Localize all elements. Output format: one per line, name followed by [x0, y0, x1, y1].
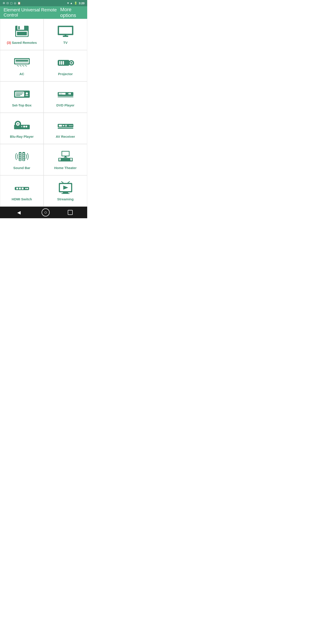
home-theater-cell[interactable]: Home Theater — [44, 144, 87, 175]
svg-rect-26 — [26, 95, 28, 96]
svg-point-53 — [20, 157, 21, 158]
svg-point-54 — [20, 159, 21, 160]
saved-remotes-cell[interactable]: (3) Saved Remotes — [0, 19, 44, 50]
svg-rect-23 — [16, 94, 22, 94]
svg-rect-2 — [18, 26, 20, 29]
circle-icon: ◎ — [14, 2, 16, 5]
status-bar: ⚙ ⊡ ▢ ◎ 📋 ▾ ▲ 🔋 3:20 — [0, 0, 87, 6]
sound-bar-icon — [13, 150, 31, 163]
svg-rect-12 — [16, 62, 28, 62]
svg-rect-18 — [61, 61, 62, 64]
av-receiver-cell[interactable]: AV Receiver — [44, 113, 87, 144]
svg-point-45 — [69, 125, 70, 126]
battery-icon: 🔋 — [74, 2, 77, 5]
svg-point-16 — [70, 62, 72, 64]
blu-ray-player-label: Blu-Ray Player — [10, 134, 34, 138]
set-top-box-icon — [13, 87, 31, 100]
svg-rect-72 — [19, 188, 21, 190]
svg-text:DVD: DVD — [60, 93, 62, 94]
ac-icon — [13, 56, 31, 69]
dvd-player-cell[interactable]: DVD DVD Player — [44, 82, 87, 113]
svg-point-37 — [23, 126, 25, 128]
svg-point-36 — [17, 123, 18, 124]
svg-point-69 — [71, 160, 72, 161]
svg-rect-82 — [62, 193, 70, 194]
svg-line-77 — [68, 182, 70, 183]
svg-point-74 — [25, 188, 26, 189]
svg-point-55 — [23, 153, 24, 154]
svg-point-46 — [70, 125, 71, 126]
saved-remotes-label: (3) Saved Remotes — [7, 41, 37, 44]
recent-apps-button[interactable] — [68, 210, 73, 215]
svg-rect-24 — [16, 95, 20, 96]
blu-ray-player-icon — [13, 118, 31, 132]
svg-rect-32 — [68, 93, 69, 94]
svg-point-51 — [20, 153, 21, 154]
tv-cell[interactable]: TV — [44, 19, 87, 50]
svg-point-66 — [60, 160, 60, 161]
ac-label: AC — [20, 72, 24, 76]
saved-count: (3) — [7, 41, 11, 44]
home-theater-icon — [56, 150, 74, 163]
tv-label: TV — [63, 41, 68, 44]
svg-point-58 — [23, 159, 24, 160]
signal-icon: ▲ — [70, 2, 73, 5]
sound-bar-label: Sound Bar — [14, 166, 30, 170]
projector-icon — [56, 56, 74, 69]
saved-text: Saved Remotes — [12, 41, 37, 44]
svg-rect-39 — [22, 126, 22, 127]
svg-rect-73 — [22, 188, 24, 190]
set-top-box-cell[interactable]: Set-Top Box — [0, 82, 44, 113]
svg-point-56 — [23, 155, 24, 156]
svg-point-68 — [70, 158, 72, 160]
set-top-box-label: Set-Top Box — [12, 103, 32, 107]
dvd-player-icon: DVD — [56, 87, 74, 100]
home-button[interactable]: ○ — [42, 208, 50, 216]
svg-point-25 — [26, 92, 28, 94]
home-theater-label: Home Theater — [54, 166, 76, 170]
svg-rect-30 — [58, 96, 73, 97]
status-icons-left: ⚙ ⊡ ▢ ◎ 📋 — [3, 2, 21, 5]
projector-cell[interactable]: Projector — [44, 50, 87, 82]
blu-ray-player-cell[interactable]: Blu-Ray Player — [0, 113, 44, 144]
svg-rect-60 — [62, 152, 69, 156]
av-receiver-label: AV Receiver — [56, 134, 75, 138]
streaming-label: Streaming — [57, 197, 74, 201]
hdmi-switch-label: HDMI Switch — [12, 197, 32, 201]
svg-rect-17 — [59, 61, 60, 64]
svg-rect-44 — [59, 125, 62, 126]
ac-cell[interactable]: AC — [0, 50, 44, 82]
svg-point-75 — [27, 188, 28, 189]
svg-rect-48 — [58, 128, 73, 129]
status-icons-right: ▾ ▲ 🔋 3:20 — [67, 2, 84, 5]
projector-label: Projector — [58, 72, 73, 76]
svg-rect-81 — [63, 192, 68, 193]
sound-bar-cell[interactable]: Sound Bar — [0, 144, 44, 175]
app-title: Element Universal Remote Control — [4, 8, 60, 18]
more-options-button[interactable]: More options — [60, 7, 84, 18]
svg-rect-19 — [63, 61, 64, 64]
svg-point-52 — [20, 155, 21, 156]
hdmi-switch-icon — [13, 181, 31, 194]
svg-rect-42 — [65, 125, 66, 126]
svg-rect-6 — [59, 27, 72, 34]
svg-rect-11 — [16, 60, 28, 61]
wifi-icon: ▾ — [67, 2, 69, 5]
device-grid: (3) Saved Remotes TV — [0, 19, 87, 206]
svg-point-47 — [72, 125, 72, 126]
settings-icon: ⚙ — [3, 2, 5, 5]
svg-point-38 — [26, 126, 27, 128]
svg-line-76 — [62, 182, 63, 183]
streaming-icon — [56, 181, 74, 194]
svg-rect-22 — [16, 92, 24, 93]
svg-point-31 — [69, 93, 71, 94]
svg-rect-8 — [64, 35, 66, 36]
streaming-cell[interactable]: Streaming — [44, 175, 87, 206]
av-receiver-icon — [56, 118, 74, 132]
hdmi-switch-cell[interactable]: HDMI Switch — [0, 175, 44, 206]
square-icon: ▢ — [10, 2, 12, 5]
dvd-player-label: DVD Player — [56, 103, 74, 107]
clipboard-icon: 📋 — [18, 2, 21, 5]
back-button[interactable]: ◀ — [14, 208, 24, 217]
svg-rect-43 — [66, 125, 67, 126]
